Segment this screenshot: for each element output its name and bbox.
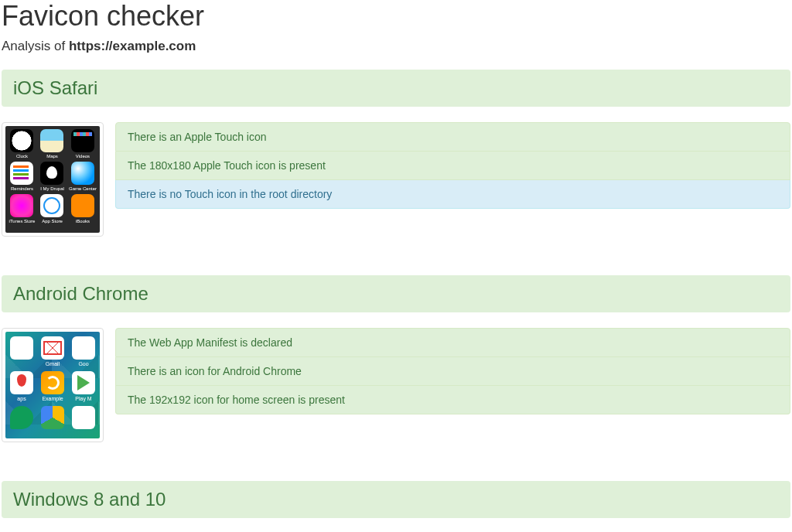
app-icon <box>10 194 33 217</box>
app-icon <box>71 194 94 217</box>
home-screen-app: Clock <box>9 129 36 159</box>
home-screen-app <box>9 406 35 431</box>
home-screen-app: Maps <box>39 129 66 159</box>
success-message[interactable]: The 192x192 icon for home screen is pres… <box>115 386 790 414</box>
app-label: Game Center <box>69 186 97 191</box>
app-label: Clock <box>16 154 28 159</box>
app-icon <box>10 162 33 185</box>
success-message[interactable]: There is an icon for Android Chrome <box>115 357 790 386</box>
home-screen-app <box>70 406 97 431</box>
message-list: There is an Apple Touch iconThe 180x180 … <box>115 122 790 209</box>
section-body: ClockMapsVideosRemindersI My DrupalGame … <box>2 122 790 237</box>
home-screen-app: Gmail <box>39 336 66 367</box>
app-icon <box>10 406 33 429</box>
home-screen-app: iBooks <box>69 194 97 223</box>
home-screen-app: Play M <box>70 371 97 401</box>
home-screen-app <box>39 406 66 431</box>
app-icon <box>41 406 64 429</box>
app-icon <box>41 371 64 394</box>
app-label: iTunes Store <box>9 219 36 223</box>
app-label: Gmail <box>46 361 60 367</box>
page-title: Favicon checker <box>2 0 790 32</box>
home-screen-app: I My Drupal <box>39 162 66 191</box>
app-icon <box>71 129 94 152</box>
app-icon <box>40 194 63 217</box>
app-icon <box>10 129 33 152</box>
app-label: Maps <box>46 154 58 159</box>
home-screen-app: Videos <box>69 129 97 159</box>
section-header: Android Chrome <box>2 275 790 312</box>
app-label: Goo <box>78 361 88 367</box>
analysis-subtitle: Analysis of https://example.com <box>2 39 790 54</box>
app-icon <box>10 336 33 360</box>
app-label: iBooks <box>76 219 90 223</box>
analyzed-url: https://example.com <box>69 39 196 53</box>
home-screen-app: iTunes Store <box>9 194 36 223</box>
app-label: Videos <box>76 154 90 159</box>
app-icon <box>40 162 63 185</box>
message-list: The Web App Manifest is declaredThere is… <box>115 328 790 414</box>
home-screen-app: Example <box>39 371 66 401</box>
app-label: Reminders <box>11 186 33 191</box>
success-message[interactable]: The 180x180 Apple Touch icon is present <box>115 152 790 180</box>
section-header: Windows 8 and 10 <box>2 481 790 518</box>
app-icon <box>72 336 95 360</box>
home-screen-app: Game Center <box>69 162 97 191</box>
success-message[interactable]: The Web App Manifest is declared <box>115 328 790 357</box>
app-icon <box>72 371 95 394</box>
subtitle-prefix: Analysis of <box>2 39 69 53</box>
home-screen-app <box>9 336 35 367</box>
platform-preview-thumbnail[interactable]: GmailGooapsExamplePlay M <box>2 328 104 442</box>
success-message[interactable]: There is an Apple Touch icon <box>115 122 790 152</box>
app-label: Example <box>42 396 63 401</box>
app-label: I My Drupal <box>40 186 64 191</box>
home-screen-app: aps <box>9 371 35 401</box>
home-screen-app: Goo <box>70 336 97 367</box>
app-icon <box>40 129 63 152</box>
section-body: GmailGooapsExamplePlay MThe Web App Mani… <box>2 328 790 442</box>
platform-preview-thumbnail[interactable]: ClockMapsVideosRemindersI My DrupalGame … <box>2 122 104 237</box>
app-label: aps <box>17 396 26 401</box>
app-icon <box>10 371 33 394</box>
app-label: Play M <box>75 396 91 401</box>
section-header: iOS Safari <box>2 70 790 107</box>
home-screen-app: Reminders <box>9 162 36 191</box>
app-label: App Store <box>42 219 63 223</box>
app-icon <box>41 336 64 360</box>
info-message[interactable]: There is no Touch icon in the root direc… <box>115 180 790 209</box>
app-icon <box>71 162 94 185</box>
home-screen-app: App Store <box>39 194 66 223</box>
app-icon <box>72 406 95 429</box>
